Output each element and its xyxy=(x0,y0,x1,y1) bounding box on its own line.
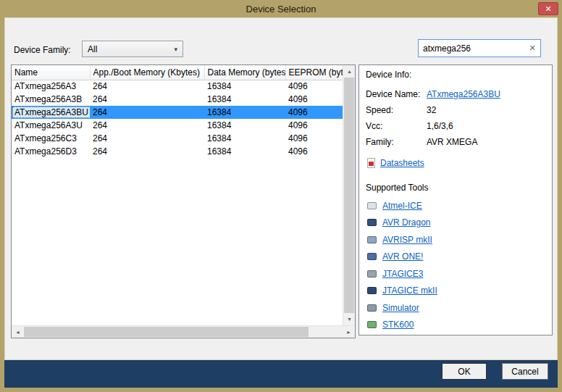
column-header[interactable]: App./Boot Memory (Kbytes) xyxy=(90,65,204,80)
tool-link[interactable]: Simulator xyxy=(382,303,419,313)
scroll-right-icon[interactable]: ► xyxy=(343,326,355,338)
dialog-content: Device Family: All ▾ ✕ NameApp./Boot Mem… xyxy=(4,17,558,360)
tool-link[interactable]: Atmel-ICE xyxy=(382,201,422,211)
clear-search-icon[interactable]: ✕ xyxy=(524,43,540,53)
device-info-fields: Device Name:ATxmega256A3BUSpeed:32Vcc:1,… xyxy=(366,86,545,150)
avr-dragon-icon xyxy=(367,219,377,226)
info-label: Vcc: xyxy=(366,121,427,131)
titlebar[interactable]: Device Selection ✕ xyxy=(0,0,562,17)
supported-tools-list: Atmel-ICEAVR DragonAVRISP mkIIAVR ONE!JT… xyxy=(366,197,545,333)
vertical-scroll-thumb[interactable] xyxy=(344,78,354,313)
datasheets-label[interactable]: Datasheets xyxy=(380,158,424,168)
info-row: Device Name:ATxmega256A3BU xyxy=(366,86,545,102)
device-list: NameApp./Boot Memory (Kbytes)Data Memory… xyxy=(11,64,356,338)
info-value: 1,6/3,6 xyxy=(427,121,453,131)
tool-link[interactable]: STK600 xyxy=(382,320,414,330)
tool-link[interactable]: AVRISP mkII xyxy=(382,235,432,245)
datasheets-link[interactable]: Datasheets xyxy=(367,155,545,171)
footer-bar: OK Cancel xyxy=(4,360,558,388)
info-label: Family: xyxy=(366,137,427,147)
table-row[interactable]: ATxmega256A3264163844096 xyxy=(12,80,343,93)
tool-item[interactable]: Simulator xyxy=(366,299,545,317)
chevron-down-icon: ▾ xyxy=(174,46,177,53)
info-row: Family:AVR XMEGA xyxy=(366,134,545,150)
info-label: Device Name: xyxy=(366,89,427,99)
device-selection-dialog: Device Selection ✕ Device Family: All ▾ … xyxy=(0,0,562,392)
scroll-down-icon[interactable]: ▼ xyxy=(343,313,356,325)
table-row[interactable]: ATxmega256A3B264163844096 xyxy=(12,93,343,106)
search-box: ✕ xyxy=(418,39,541,57)
info-value: 32 xyxy=(427,105,436,115)
column-header[interactable]: Data Memory (bytes) xyxy=(204,65,285,80)
pdf-icon xyxy=(367,158,375,168)
cancel-button[interactable]: Cancel xyxy=(502,363,548,380)
info-row: Vcc:1,6/3,6 xyxy=(366,118,545,134)
tool-link[interactable]: AVR ONE! xyxy=(382,251,423,262)
table-row[interactable]: ATxmega256A3U264163844096 xyxy=(12,119,343,132)
tool-item[interactable]: AVR Dragon xyxy=(366,214,545,232)
close-icon: ✕ xyxy=(545,4,551,14)
window-title: Device Selection xyxy=(246,4,316,14)
table-header-row: NameApp./Boot Memory (Kbytes)Data Memory… xyxy=(12,65,343,80)
table-row[interactable]: ATxmega256A3BU264163844096 xyxy=(12,106,343,119)
horizontal-scrollbar[interactable]: ◄ ► xyxy=(12,325,355,338)
selected-device-name[interactable]: ATxmega256A3BU xyxy=(12,107,90,118)
table-row[interactable]: ATxmega256C3264163844096 xyxy=(12,132,343,145)
device-table: NameApp./Boot Memory (Kbytes)Data Memory… xyxy=(12,65,343,158)
device-name-link[interactable]: ATxmega256A3BU xyxy=(427,89,500,99)
avr-one-icon xyxy=(367,253,377,260)
tool-link[interactable]: JTAGICE mkII xyxy=(382,285,437,296)
tool-item[interactable]: AVRISP mkII xyxy=(366,231,545,249)
column-header[interactable]: EEPROM (bytes) xyxy=(285,65,343,80)
vertical-scrollbar[interactable]: ▲ ▼ xyxy=(343,65,355,325)
horizontal-scroll-thumb[interactable] xyxy=(24,327,309,337)
column-header[interactable]: Name xyxy=(12,65,90,80)
jtagice-mkii-icon xyxy=(367,287,377,294)
avrisp-mkii-icon xyxy=(367,236,377,243)
device-info-title: Device Info: xyxy=(366,70,545,80)
tool-item[interactable]: STK600 xyxy=(366,317,545,334)
simulator-icon xyxy=(367,304,377,312)
device-family-label: Device Family: xyxy=(14,45,71,55)
device-table-body: ATxmega256A3264163844096ATxmega256A3B264… xyxy=(12,80,343,158)
jtagice3-icon xyxy=(367,270,377,278)
tool-item[interactable]: Atmel-ICE xyxy=(366,197,545,214)
tool-link[interactable]: JTAGICE3 xyxy=(382,269,423,279)
stk600-icon xyxy=(367,321,377,328)
info-label: Speed: xyxy=(366,105,427,115)
atmel-ice-icon xyxy=(367,202,377,209)
search-input[interactable] xyxy=(419,43,524,54)
supported-tools-title: Supported Tools xyxy=(366,183,545,193)
info-row: Speed:32 xyxy=(366,102,545,118)
device-family-dropdown[interactable]: All ▾ xyxy=(82,41,183,57)
tool-item[interactable]: JTAGICE mkII xyxy=(366,283,545,300)
info-value: AVR XMEGA xyxy=(427,137,477,147)
tool-item[interactable]: AVR ONE! xyxy=(366,249,545,266)
tool-item[interactable]: JTAGICE3 xyxy=(366,265,545,283)
table-row[interactable]: ATxmega256D3264163844096 xyxy=(12,145,343,158)
tool-link[interactable]: AVR Dragon xyxy=(382,217,430,228)
scroll-up-icon[interactable]: ▲ xyxy=(343,65,356,78)
ok-button[interactable]: OK xyxy=(442,363,487,380)
device-family-value: All xyxy=(88,44,97,54)
scroll-left-icon[interactable]: ◄ xyxy=(12,326,24,338)
device-info-panel: Device Info: Device Name:ATxmega256A3BUS… xyxy=(358,64,553,335)
close-button[interactable]: ✕ xyxy=(538,2,558,15)
